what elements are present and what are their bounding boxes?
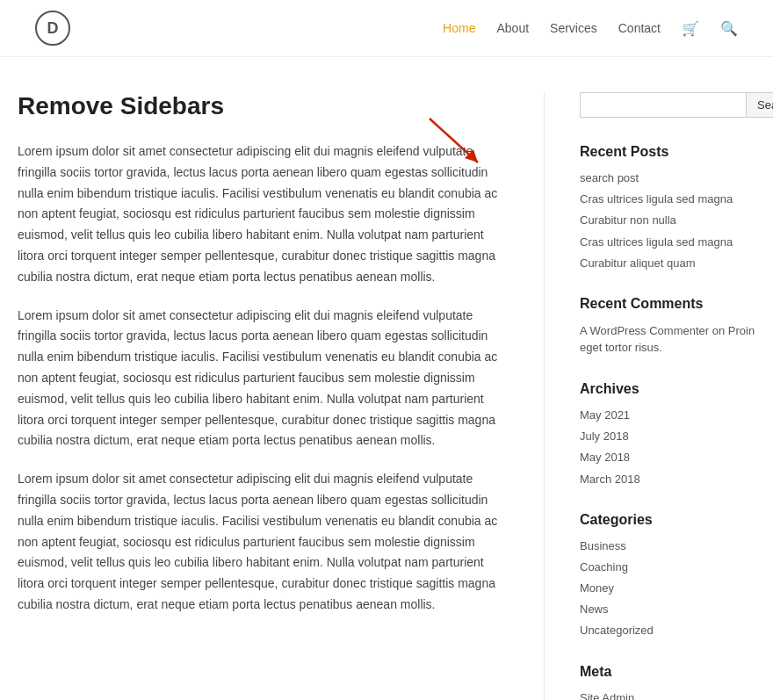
recent-comments-title: Recent Comments [580,296,755,312]
post-title: Remove Sidebars [18,92,509,120]
meta-1[interactable]: Site Admin [580,690,755,700]
recent-post-4[interactable]: Cras ultrices ligula sed magna [580,235,755,250]
archive-1[interactable]: May 2021 [580,408,755,423]
archive-4[interactable]: March 2018 [580,472,755,487]
sidebar: Search Recent Posts search post Cras ult… [580,92,755,700]
search-button[interactable]: Search [747,92,773,118]
nav-contact[interactable]: Contact [618,21,661,35]
nav-about[interactable]: About [496,21,529,35]
recent-post-5[interactable]: Curabitur aliquet quam [580,256,755,271]
archive-2[interactable]: July 2018 [580,429,755,444]
category-3[interactable]: Money [580,581,755,596]
recent-comments-section: Recent Comments A WordPress Commenter on… [580,296,755,357]
site-logo[interactable]: D [35,11,70,46]
sidebar-divider [544,92,545,700]
recent-comment-text: A WordPress Commenter on Proin eget tort… [580,322,755,357]
cart-icon[interactable]: 🛒 [682,20,699,37]
recent-posts-title: Recent Posts [580,144,755,160]
search-input[interactable] [580,92,747,118]
category-1[interactable]: Business [580,538,755,554]
nav-services[interactable]: Services [550,21,597,35]
categories-section: Categories Business Coaching Money News … [580,512,755,639]
recent-post-1[interactable]: search post [580,170,755,186]
search-form: Search [580,92,755,118]
search-icon[interactable]: 🔍 [720,20,738,37]
archives-section: Archives May 2021 July 2018 May 2018 Mar… [580,381,755,487]
categories-title: Categories [580,512,755,528]
category-4[interactable]: News [580,602,755,617]
recent-posts-section: Recent Posts search post Cras ultrices l… [580,144,755,271]
paragraph-2: Lorem ipsum dolor sit amet consectetur a… [18,306,509,452]
recent-post-3[interactable]: Curabitur non nulla [580,213,755,228]
main-content: Remove Sidebars Lorem ipsum dolor sit am… [18,92,509,700]
meta-section: Meta Site Admin Log out Entries feed Com… [580,664,755,700]
recent-post-2[interactable]: Cras ultrices ligula sed magna [580,191,755,207]
page-wrapper: Remove Sidebars Lorem ipsum dolor sit am… [0,57,773,700]
archive-3[interactable]: May 2018 [580,450,755,465]
category-5[interactable]: Uncategorized [580,623,755,639]
paragraph-3: Lorem ipsum dolor sit amet consectetur a… [18,469,509,616]
nav-home[interactable]: Home [443,21,475,35]
post-body: Lorem ipsum dolor sit amet consectetur a… [18,141,509,616]
commenter-link[interactable]: A WordPress Commenter [580,324,709,337]
main-nav: Home About Services Contact 🛒 🔍 [443,20,738,37]
site-header: D Home About Services Contact 🛒 🔍 [0,0,773,57]
archives-title: Archives [580,381,755,397]
paragraph-1: Lorem ipsum dolor sit amet consectetur a… [18,141,509,288]
meta-title: Meta [580,664,755,680]
category-2[interactable]: Coaching [580,559,755,575]
